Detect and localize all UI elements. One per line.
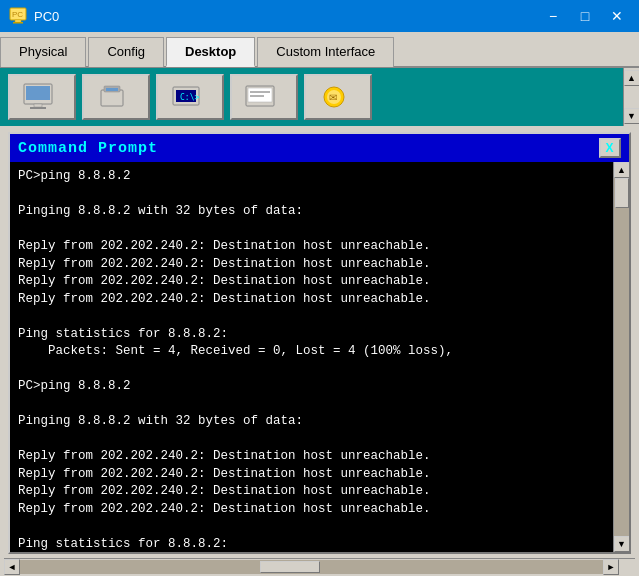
svg-rect-7	[30, 107, 46, 109]
svg-rect-6	[34, 104, 42, 107]
svg-rect-2	[13, 22, 23, 24]
terminal-body[interactable]: PC>ping 8.8.8.2 Pinging 8.8.8.2 with 32 …	[10, 162, 613, 552]
svg-rect-10	[106, 88, 118, 91]
toolbar-icon-4[interactable]	[230, 74, 298, 120]
toolbar-icon-1[interactable]	[8, 74, 76, 120]
pc-icon: PC	[8, 6, 28, 26]
terminal-scroll-up[interactable]: ▲	[614, 162, 630, 178]
toolbar-icon-2-img	[96, 82, 136, 112]
tab-bar: Physical Config Desktop Custom Interface	[0, 32, 639, 68]
command-prompt-window: Command Prompt X PC>ping 8.8.8.2 Pinging…	[8, 132, 631, 554]
toolbar-icon-1-img	[22, 82, 62, 112]
cmd-close-button[interactable]: X	[599, 138, 621, 158]
bottom-scrollbar: ◄ ►	[4, 558, 635, 574]
svg-text:C:\>: C:\>	[180, 93, 199, 102]
maximize-button[interactable]: □	[571, 5, 599, 27]
minimize-button[interactable]: −	[539, 5, 567, 27]
svg-rect-1	[15, 20, 21, 22]
tab-config[interactable]: Config	[88, 37, 164, 67]
window-title: PC0	[34, 9, 59, 24]
svg-rect-8	[101, 90, 123, 106]
terminal-scroll-down[interactable]: ▼	[614, 536, 630, 552]
svg-rect-5	[26, 86, 50, 100]
tab-custom-interface[interactable]: Custom Interface	[257, 37, 394, 67]
tab-desktop[interactable]: Desktop	[166, 37, 255, 67]
toolbar: C:\> ✉ ▲ ▼	[0, 68, 639, 126]
h-scroll-thumb[interactable]	[260, 561, 320, 573]
svg-text:PC: PC	[12, 10, 23, 19]
toolbar-icon-3-img: C:\>	[170, 82, 210, 112]
svg-text:✉: ✉	[329, 92, 337, 103]
h-scroll-track[interactable]	[20, 560, 603, 574]
toolbar-scroll-up[interactable]: ▲	[624, 70, 640, 86]
title-bar: PC PC0 − □ ✕	[0, 0, 639, 32]
h-scroll-left[interactable]: ◄	[4, 559, 20, 575]
terminal-scrollbar: ▲ ▼	[613, 162, 629, 552]
cmd-title: Command Prompt	[18, 140, 158, 157]
h-scroll-right[interactable]: ►	[603, 559, 619, 575]
terminal-wrapper: PC>ping 8.8.8.2 Pinging 8.8.8.2 with 32 …	[10, 162, 629, 552]
title-bar-controls: − □ ✕	[539, 5, 631, 27]
toolbar-icon-5[interactable]: ✉	[304, 74, 372, 120]
toolbar-icon-2[interactable]	[82, 74, 150, 120]
title-bar-left: PC PC0	[8, 6, 59, 26]
cmd-titlebar: Command Prompt X	[10, 134, 629, 162]
window-close-button[interactable]: ✕	[603, 5, 631, 27]
toolbar-icon-3[interactable]: C:\>	[156, 74, 224, 120]
toolbar-scroll-down[interactable]: ▼	[624, 108, 640, 124]
terminal-scroll-thumb[interactable]	[615, 178, 629, 208]
h-scroll-corner	[619, 559, 635, 575]
toolbar-icon-4-img	[244, 82, 284, 112]
terminal-scroll-track[interactable]	[614, 178, 629, 536]
svg-rect-15	[248, 88, 272, 102]
toolbar-icon-5-img: ✉	[318, 82, 358, 112]
toolbar-scrollbar: ▲ ▼	[623, 68, 639, 126]
tab-physical[interactable]: Physical	[0, 37, 86, 67]
